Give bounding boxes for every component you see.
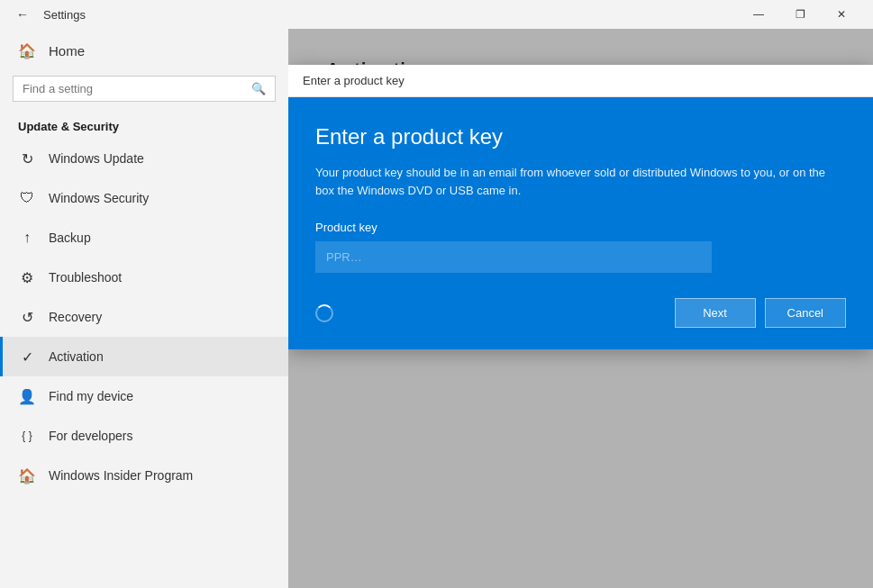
sidebar-item-label: Troubleshoot [49, 270, 122, 285]
sidebar-item-label: Windows Insider Program [49, 468, 193, 483]
sidebar-section-title: Update & Security [0, 113, 288, 139]
sidebar-item-troubleshoot[interactable]: ⚙ Troubleshoot [0, 258, 288, 297]
sidebar-item-label: Windows Security [49, 191, 149, 205]
restore-button[interactable]: ❐ [779, 0, 821, 29]
modal-description: Your product key should be in an email f… [315, 164, 846, 199]
home-icon: 🏠 [18, 41, 36, 59]
windows-security-icon: 🛡 [18, 189, 36, 207]
modal-titlebar-text: Enter a product key [288, 65, 873, 97]
window-controls: — ❐ ✕ [738, 0, 862, 29]
sidebar-item-label: Recovery [49, 310, 102, 324]
sidebar-item-find-my-device[interactable]: 👤 Find my device [0, 376, 288, 416]
app-container: 🏠 Home 🔍 Update & Security ↻ Windows Upd… [0, 29, 873, 588]
sidebar-item-backup[interactable]: ↑ Backup [0, 218, 288, 258]
sidebar-item-label: Backup [49, 231, 91, 245]
product-key-label: Product key [315, 221, 846, 234]
sidebar-item-label: Find my device [49, 389, 133, 403]
sidebar-item-windows-update[interactable]: ↻ Windows Update [0, 139, 288, 178]
modal-dialog: Enter a product key Enter a product key … [288, 65, 873, 349]
find-my-device-icon: 👤 [18, 387, 36, 405]
search-input[interactable] [23, 82, 251, 95]
sidebar-item-label: Windows Update [49, 151, 144, 166]
home-label: Home [49, 43, 85, 59]
back-button[interactable]: ← [11, 4, 34, 25]
sidebar-item-label: Activation [49, 349, 104, 364]
minimize-button[interactable]: — [738, 0, 779, 29]
sidebar: 🏠 Home 🔍 Update & Security ↻ Windows Upd… [0, 29, 288, 588]
sidebar-item-home[interactable]: 🏠 Home [0, 29, 288, 72]
loading-spinner [315, 304, 333, 322]
product-key-input[interactable] [315, 241, 712, 273]
sidebar-item-recovery[interactable]: ↺ Recovery [0, 297, 288, 337]
insider-icon: 🏠 [18, 466, 36, 484]
search-button[interactable]: 🔍 [251, 82, 266, 95]
sidebar-item-windows-security[interactable]: 🛡 Windows Security [0, 178, 288, 218]
cancel-button[interactable]: Cancel [765, 298, 846, 328]
modal-footer: Next Cancel [315, 294, 846, 328]
modal-title: Enter a product key [315, 124, 846, 149]
search-box: 🔍 [13, 76, 276, 102]
close-button[interactable]: ✕ [821, 0, 862, 29]
sidebar-item-activation[interactable]: ✓ Activation [0, 337, 288, 376]
developers-icon: { } [18, 427, 36, 445]
sidebar-item-for-developers[interactable]: { } For developers [0, 416, 288, 456]
windows-update-icon: ↻ [18, 149, 36, 167]
sidebar-item-label: For developers [49, 429, 132, 443]
modal-overlay: Enter a product key Enter a product key … [288, 29, 873, 588]
backup-icon: ↑ [18, 229, 36, 247]
app-title: Settings [43, 8, 86, 22]
titlebar: ← Settings — ❐ ✕ [0, 0, 873, 29]
main-content: Activation Windows Edition Windows 10 Ho… [288, 29, 873, 588]
sidebar-item-windows-insider[interactable]: 🏠 Windows Insider Program [0, 456, 288, 495]
troubleshoot-icon: ⚙ [18, 268, 36, 286]
next-button[interactable]: Next [675, 298, 756, 328]
modal-body: Enter a product key Your product key sho… [288, 97, 873, 349]
activation-icon: ✓ [18, 348, 36, 366]
recovery-icon: ↺ [18, 308, 36, 326]
